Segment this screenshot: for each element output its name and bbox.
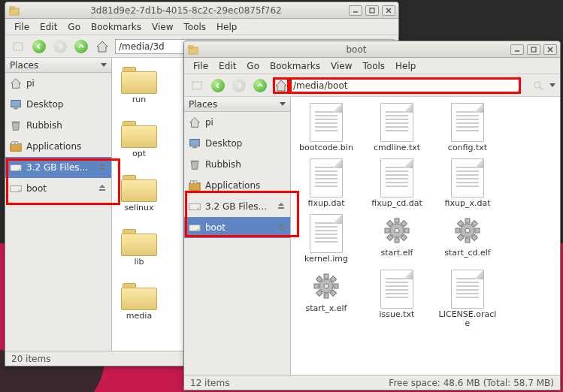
drive-icon <box>187 221 202 234</box>
menu-view[interactable]: View <box>326 59 356 73</box>
sidebar-item-boot[interactable]: boot <box>184 217 290 238</box>
maximize-button[interactable] <box>527 44 540 55</box>
sidebar-item-applications[interactable]: Applications <box>184 175 290 196</box>
file-item[interactable]: issue.txt <box>368 270 426 328</box>
file-item[interactable]: cmdline.txt <box>368 103 426 152</box>
places-header[interactable]: Places <box>184 97 290 112</box>
sidebar-item-rubbish[interactable]: Rubbish <box>5 115 111 136</box>
svg-rect-9 <box>12 122 20 123</box>
places-sidebar: Places piDesktopRubbishApplications3.2 G… <box>184 97 291 375</box>
svg-rect-10 <box>11 143 21 151</box>
menu-view[interactable]: View <box>147 20 177 34</box>
file-item[interactable]: fixup.dat <box>297 158 356 208</box>
sidebar-item-desktop[interactable]: Desktop <box>5 94 111 115</box>
menu-bookmarks[interactable]: Bookmarks <box>86 20 146 34</box>
file-item[interactable]: config.txt <box>438 103 497 152</box>
maximize-button[interactable] <box>365 5 379 16</box>
menu-go[interactable]: Go <box>242 59 264 73</box>
forward-button[interactable] <box>52 38 68 55</box>
sidebar-item-pi[interactable]: pi <box>5 73 111 94</box>
eject-icon[interactable] <box>277 201 287 213</box>
menu-tools[interactable]: Tools <box>359 59 390 73</box>
new-tab-button[interactable] <box>189 77 205 94</box>
sidebar-item-label: Applications <box>205 180 287 191</box>
sidebar-item-3-2-gb-files-[interactable]: 3.2 GB Files... <box>184 196 290 217</box>
menu-file[interactable]: File <box>189 59 213 73</box>
folder-icon <box>121 280 157 310</box>
app-icon <box>8 5 20 17</box>
file-item[interactable]: LICENSE.oracle <box>438 270 497 328</box>
menu-help[interactable]: Help <box>391 59 420 73</box>
svg-point-17 <box>19 190 20 191</box>
eject-icon[interactable] <box>277 222 287 234</box>
close-button[interactable] <box>543 44 557 55</box>
chevron-down-icon <box>549 83 555 87</box>
back-button[interactable] <box>31 38 47 55</box>
desktop-icon <box>8 98 23 111</box>
titlebar[interactable]: boot <box>184 41 560 58</box>
minimize-button[interactable] <box>349 5 362 16</box>
file-item[interactable]: kernel.img <box>297 214 356 264</box>
svg-point-14 <box>19 169 20 170</box>
folder-icon <box>121 64 157 94</box>
sidebar-item-label: Rubbish <box>26 120 108 131</box>
up-button[interactable] <box>73 38 89 55</box>
sidebar-item-pi[interactable]: pi <box>184 112 290 133</box>
svg-point-38 <box>198 229 199 231</box>
sidebar-item-label: Desktop <box>205 138 287 149</box>
close-button[interactable] <box>382 5 395 16</box>
file-item[interactable]: start_cd.elf <box>438 214 497 264</box>
drive-icon <box>187 200 202 213</box>
folder-item[interactable]: lib <box>118 226 160 267</box>
file-item[interactable]: fixup_cd.dat <box>368 158 426 208</box>
zoom-button[interactable] <box>530 77 546 94</box>
folder-item[interactable]: media <box>118 280 160 321</box>
sidebar-item-label: pi <box>205 117 287 128</box>
status-text-right: Free space: 48.6 MB (Total: 58.7 MB) <box>389 378 554 388</box>
status-text-left: 12 items <box>190 378 229 388</box>
sidebar-item-rubbish[interactable]: Rubbish <box>184 154 290 175</box>
places-header[interactable]: Places <box>5 58 111 73</box>
file-item[interactable]: fixup_x.dat <box>438 158 497 208</box>
menu-bookmarks[interactable]: Bookmarks <box>265 59 325 73</box>
sidebar-item-3-2-gb-files-[interactable]: 3.2 GB Files... <box>5 157 111 178</box>
menu-file[interactable]: File <box>10 20 34 34</box>
sidebar-item-boot[interactable]: boot <box>5 178 111 199</box>
svg-rect-20 <box>189 46 193 48</box>
menu-go[interactable]: Go <box>63 20 85 34</box>
titlebar[interactable]: 3d81d9e2-7d1b-4015-8c2c-29ec0875f762 <box>5 2 398 19</box>
path-input[interactable] <box>289 77 521 94</box>
svg-rect-15 <box>99 168 105 170</box>
menu-tools[interactable]: Tools <box>180 20 211 34</box>
window-title: 3d81d9e2-7d1b-4015-8c2c-29ec0875f762 <box>23 5 349 16</box>
eject-icon[interactable] <box>98 183 108 194</box>
svg-rect-54 <box>465 238 470 243</box>
file-label: cmdline.txt <box>374 143 420 152</box>
menu-edit[interactable]: Edit <box>35 20 62 34</box>
file-view[interactable]: bootcode.bincmdline.txtconfig.txtfixup.d… <box>291 97 560 375</box>
folder-item[interactable]: opt <box>118 118 160 158</box>
folder-icon <box>121 172 157 202</box>
sidebar-item-desktop[interactable]: Desktop <box>184 133 290 154</box>
toolbar <box>184 74 560 97</box>
file-item[interactable]: start.elf <box>368 214 426 264</box>
sidebar-item-applications[interactable]: Applications <box>5 136 111 157</box>
file-label: bootcode.bin <box>299 143 353 152</box>
back-button[interactable] <box>210 77 226 94</box>
forward-button[interactable] <box>231 77 247 94</box>
file-item[interactable]: start_x.elf <box>297 270 356 328</box>
svg-rect-31 <box>189 182 200 190</box>
folder-item[interactable]: selinux <box>118 172 160 213</box>
eject-icon[interactable] <box>98 162 108 173</box>
minimize-button[interactable] <box>510 44 524 55</box>
file-item[interactable]: bootcode.bin <box>297 103 356 152</box>
new-tab-button[interactable] <box>10 38 26 55</box>
folder-item[interactable]: run <box>118 64 160 104</box>
document-icon <box>380 103 413 142</box>
file-label: config.txt <box>448 143 487 152</box>
menu-edit[interactable]: Edit <box>214 59 241 73</box>
trash-icon <box>8 119 23 132</box>
menu-help[interactable]: Help <box>212 20 241 34</box>
up-button[interactable] <box>252 77 268 94</box>
home-button[interactable] <box>94 38 110 55</box>
